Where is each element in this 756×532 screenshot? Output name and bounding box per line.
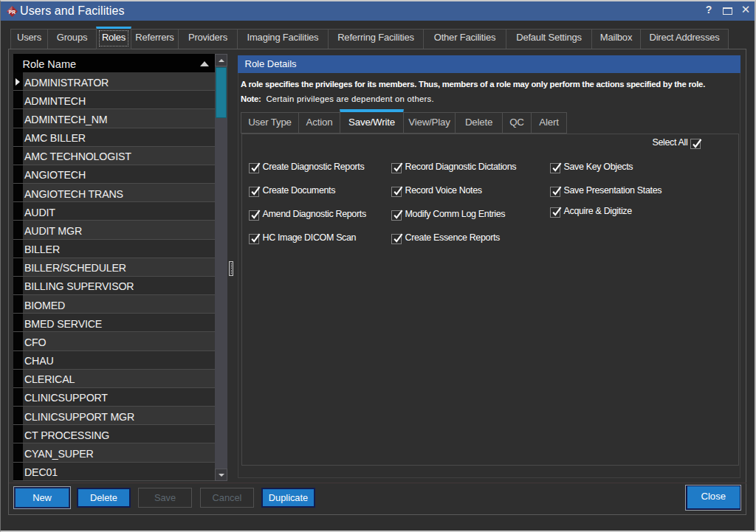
svg-text:PR: PR	[9, 9, 16, 14]
